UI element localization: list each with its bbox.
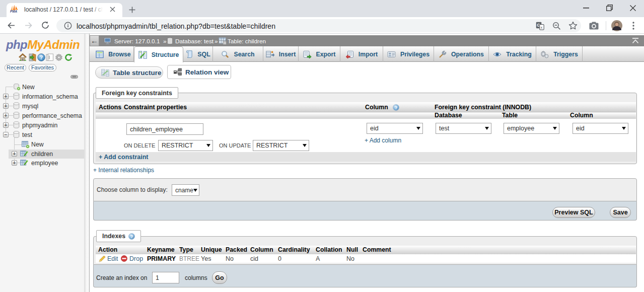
svg-text:x: x xyxy=(540,25,542,30)
svg-text:?: ? xyxy=(395,105,397,110)
svg-text:?: ? xyxy=(130,234,133,239)
svg-text:?: ? xyxy=(40,54,43,60)
svg-text:PMA: PMA xyxy=(10,10,17,13)
